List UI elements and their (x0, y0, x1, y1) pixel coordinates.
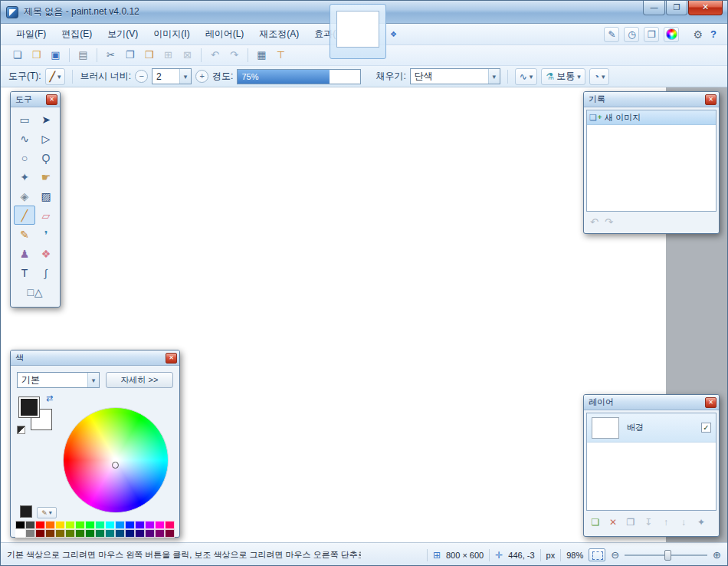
tool-color-picker[interactable]: ❜ (35, 225, 57, 244)
palette-swatch[interactable] (75, 521, 85, 529)
palette-swatch[interactable] (105, 529, 115, 538)
fill-style-combobox[interactable]: 단색 ▾ (410, 68, 500, 84)
palette-swatch[interactable] (65, 529, 75, 538)
menu-layers[interactable]: 레이어(L) (198, 24, 252, 44)
copy-button[interactable]: ❐ (121, 47, 139, 64)
tool-ellipse-select[interactable]: ○ (14, 148, 35, 167)
menu-file[interactable]: 파일(F) (8, 24, 54, 44)
palette-swatch[interactable] (85, 529, 95, 538)
zoom-value[interactable]: 98% (566, 551, 583, 560)
close-button[interactable]: ✕ (688, 1, 723, 15)
line-style-dropdown[interactable]: ∿ ▾ (515, 68, 538, 85)
maximize-button[interactable]: ❐ (666, 1, 687, 15)
add-layer-button[interactable]: ❏ (589, 516, 602, 530)
history-item-new-image[interactable]: ❏ + 새 이미지 (587, 110, 716, 125)
layer-properties-button[interactable]: ✦ (694, 516, 708, 530)
settings-gear-icon[interactable]: ⚙ (693, 28, 703, 41)
tool-text[interactable]: T (14, 263, 35, 282)
tool-eraser[interactable]: ▱ (35, 206, 57, 225)
palette-swatch[interactable] (15, 521, 25, 529)
current-tool-dropdown[interactable]: ╱ ▾ (45, 68, 66, 85)
tool-move-selection[interactable]: ▷ (35, 129, 57, 148)
brush-width-decrease-button[interactable]: − (135, 70, 148, 83)
palette-swatch[interactable] (15, 529, 25, 538)
palette-swatch[interactable] (105, 521, 115, 529)
close-icon[interactable]: ✕ (705, 397, 717, 408)
close-icon[interactable]: ✕ (46, 94, 57, 105)
palette-swatch[interactable] (25, 529, 35, 538)
close-icon[interactable]: ✕ (166, 353, 177, 364)
more-colors-button[interactable]: 자세히 >> (106, 372, 173, 388)
palette-swatch[interactable] (25, 521, 35, 529)
primary-color-swatch[interactable] (18, 397, 40, 418)
color-target-combobox[interactable]: 기본 ▾ (17, 372, 100, 388)
menu-image[interactable]: 이미지(I) (146, 24, 197, 44)
palette-swatch[interactable] (125, 529, 135, 538)
palette-swatch[interactable] (145, 521, 155, 529)
paste-button[interactable]: ❒ (140, 47, 158, 64)
blend-mode-dropdown[interactable]: ⚗ 보통 ▾ (541, 68, 585, 85)
hardness-slider[interactable]: 75% (237, 69, 361, 84)
zoom-in-icon[interactable]: ⊕ (713, 549, 721, 561)
merge-layer-down-button[interactable]: ↧ (641, 516, 655, 530)
palette-swatch[interactable] (95, 529, 105, 538)
brush-width-combobox[interactable]: 2 ▾ (152, 68, 192, 84)
tool-lasso-select[interactable]: ∿ (14, 129, 35, 148)
zoom-slider-thumb[interactable] (664, 550, 671, 561)
palette-swatch[interactable] (85, 521, 95, 529)
menu-edit[interactable]: 편집(E) (54, 24, 100, 44)
undo-button[interactable]: ↶ (206, 47, 224, 64)
tool-gradient[interactable]: ▨ (35, 186, 57, 206)
tool-recolor[interactable]: ❖ (35, 244, 57, 263)
tool-pencil[interactable]: ✎ (14, 225, 35, 244)
color-wheel[interactable] (63, 407, 169, 513)
minimize-button[interactable]: — (643, 1, 665, 15)
deselect-button[interactable]: ⊠ (179, 47, 196, 64)
tool-move-selected-pixels[interactable]: ➤ (35, 110, 57, 129)
palette-swatch[interactable] (135, 521, 145, 529)
cut-button[interactable]: ✂ (102, 47, 120, 64)
default-colors-icon[interactable] (17, 426, 25, 434)
delete-layer-button[interactable]: ✕ (606, 516, 620, 530)
tool-paintbrush[interactable]: ╱ (14, 206, 35, 225)
ruler-toggle-button[interactable]: ⊤ (272, 47, 290, 64)
zoom-out-icon[interactable]: ⊖ (611, 549, 619, 561)
save-button[interactable]: ▣ (47, 47, 64, 64)
print-button[interactable]: ▤ (74, 47, 92, 64)
antialiasing-dropdown[interactable]: ◔ ▾ (589, 68, 610, 85)
palette-swatch[interactable] (145, 529, 155, 538)
new-image-button[interactable]: ❏ (8, 47, 26, 64)
unit-selector[interactable]: px (546, 551, 556, 560)
tool-zoom[interactable]: Ϙ (35, 148, 57, 167)
palette-swatch[interactable] (125, 521, 135, 529)
palette-swatch[interactable] (115, 529, 125, 538)
close-icon[interactable]: ✕ (705, 94, 717, 105)
duplicate-layer-button[interactable]: ❐ (624, 516, 638, 530)
palette-menu-button[interactable]: ✎ ▾ (37, 507, 57, 518)
palette-swatch[interactable] (55, 521, 65, 529)
layers-panel-titlebar[interactable]: 레이어 ✕ (584, 395, 719, 410)
tool-shapes[interactable]: □△ (14, 282, 57, 301)
layer-row-background[interactable]: 배경 ✓ (587, 413, 716, 443)
toggle-layers-window-icon[interactable]: ❐ (644, 27, 659, 42)
tool-line-curve[interactable]: ∫ (35, 263, 57, 282)
palette-swatch[interactable] (45, 521, 55, 529)
zoom-to-window-button[interactable] (589, 548, 605, 561)
tool-clone-stamp[interactable]: ♟ (14, 244, 35, 263)
palette-swatch[interactable] (95, 521, 105, 529)
menu-view[interactable]: 보기(V) (100, 24, 146, 44)
tool-paint-bucket[interactable]: ◈ (14, 186, 35, 206)
palette-swatch[interactable] (135, 529, 145, 538)
open-button[interactable]: ❒ (28, 47, 45, 64)
colors-panel-titlebar[interactable]: 색 ✕ (11, 350, 179, 366)
history-panel-titlebar[interactable]: 기록 ✕ (584, 92, 719, 107)
palette-swatch[interactable] (165, 521, 175, 529)
palette-swatch[interactable] (165, 529, 175, 538)
toggle-tools-window-icon[interactable]: ✎ (604, 27, 619, 42)
history-undo-icon[interactable]: ↶ (590, 216, 598, 228)
palette-swatch[interactable] (55, 529, 65, 538)
move-layer-down-button[interactable]: ↓ (677, 516, 690, 530)
menu-adjustments[interactable]: 재조정(A) (251, 24, 307, 44)
palette-swatch[interactable] (155, 529, 165, 538)
palette-swatch[interactable] (45, 529, 55, 538)
